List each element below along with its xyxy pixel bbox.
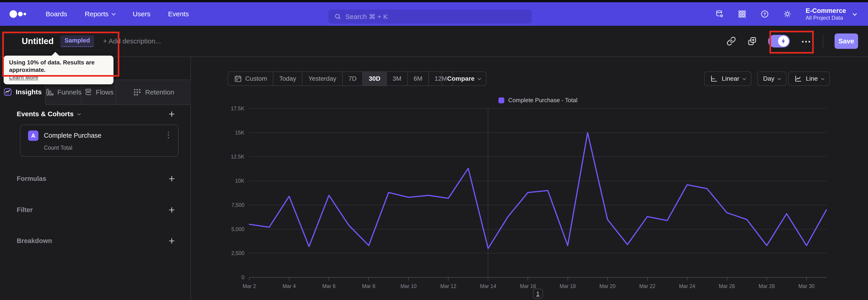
chevron-down-icon [743, 77, 746, 80]
y-tick-label: 17.5K [231, 106, 244, 112]
x-tick-label: Mar 24 [679, 283, 695, 289]
range-6m[interactable]: 6M [407, 72, 428, 86]
sampled-badge[interactable]: Sampled [60, 35, 94, 47]
project-scope: All Project Data [806, 15, 846, 21]
svg-text:?: ? [764, 12, 766, 17]
mixpanel-logo[interactable] [8, 9, 31, 19]
nav-item-users[interactable]: Users [133, 10, 150, 18]
save-button[interactable]: Save [835, 33, 858, 49]
learn-more-link[interactable]: Learn More [9, 74, 38, 81]
query-builder-sidebar: Insights Funnels Flows Retention [0, 57, 191, 300]
legend-label: Complete Purchase - Total [508, 97, 578, 104]
legend-swatch [498, 97, 504, 103]
range-7d[interactable]: 7D [342, 72, 363, 86]
flows-icon [84, 88, 92, 96]
x-tick [448, 277, 448, 280]
window-top-strip [0, 0, 868, 2]
chevron-down-icon [852, 11, 857, 16]
app-window: Boards Reports Users Events Search ⌘ + K… [0, 0, 868, 300]
x-tick-label: Mar 28 [758, 283, 775, 289]
pagination-page-1[interactable]: 1 [533, 289, 543, 299]
range-3m[interactable]: 3M [386, 72, 407, 86]
y-tick-label: 2,500 [231, 250, 244, 257]
lightning-bolt-icon [780, 38, 787, 44]
event-kebab-menu[interactable]: ⋮ [164, 131, 172, 139]
report-title[interactable]: Untitled [22, 36, 54, 46]
linear-axis-icon [710, 74, 718, 83]
x-tick [687, 277, 687, 280]
add-formula-button[interactable]: + [168, 173, 175, 184]
add-description-button[interactable]: + Add description... [103, 37, 161, 45]
add-breakdown-button[interactable]: + [168, 236, 175, 246]
settings-gear-icon[interactable] [783, 10, 792, 18]
breakdown-section: Breakdown + [17, 235, 175, 246]
breakdown-label: Breakdown [17, 237, 52, 245]
x-tick [567, 277, 568, 280]
data-management-icon[interactable] [715, 10, 724, 18]
search-input[interactable]: Search ⌘ + K [328, 9, 532, 24]
event-card[interactable]: A Complete Purchase ⋮ Count Total [20, 125, 179, 157]
chevron-down-icon [77, 112, 81, 115]
primary-nav: Boards Reports Users Events [46, 10, 189, 18]
event-letter-badge: A [28, 130, 38, 141]
formulas-section: Formulas + [17, 173, 175, 184]
event-name[interactable]: Complete Purchase [44, 132, 101, 139]
y-tick-label: 15K [235, 129, 244, 136]
line-chart[interactable]: 1 02,5005,0007,50010K12.5K15K17.5KMar 2M… [249, 109, 827, 277]
add-event-button[interactable]: + [168, 109, 175, 119]
tab-label: Funnels [57, 88, 82, 96]
tab-label: Retention [145, 88, 174, 96]
y-tick-label: 10K [235, 178, 244, 184]
sampling-toggle[interactable] [768, 35, 790, 48]
range-today[interactable]: Today [273, 72, 302, 86]
range-custom[interactable]: Custom [228, 72, 273, 86]
apps-grid-icon[interactable] [738, 10, 746, 18]
add-to-board-icon[interactable] [747, 36, 757, 46]
x-tick [368, 277, 369, 280]
x-tick [767, 277, 767, 280]
nav-item-label: Reports [85, 10, 108, 18]
events-cohorts-title[interactable]: Events & Cohorts [17, 110, 80, 118]
range-30d[interactable]: 30D [362, 72, 386, 86]
event-metric[interactable]: Count Total [44, 145, 72, 151]
range-yesterday[interactable]: Yesterday [302, 72, 342, 86]
range-label: Custom [245, 75, 267, 82]
copy-link-icon[interactable] [726, 36, 736, 46]
search-placeholder: Search ⌘ + K [345, 13, 388, 21]
x-tick-label: Mar 26 [719, 283, 735, 289]
nav-item-label: Boards [46, 10, 67, 18]
series-line[interactable] [249, 109, 827, 277]
tab-retention[interactable]: Retention [116, 80, 191, 105]
range-label: Today [279, 75, 296, 82]
help-icon[interactable]: ? [761, 10, 769, 18]
add-filter-button[interactable]: + [168, 205, 175, 215]
x-tick-label: Mar 10 [400, 283, 416, 289]
nav-item-events[interactable]: Events [168, 10, 189, 18]
nav-item-boards[interactable]: Boards [46, 10, 67, 18]
x-tick [608, 277, 608, 280]
x-tick-label: Mar 4 [283, 283, 296, 289]
x-tick-label: Mar 14 [480, 283, 496, 289]
x-tick [289, 277, 289, 280]
sampling-tooltip: Using 10% of data. Results are approxima… [4, 56, 114, 84]
section-title: Events & Cohorts [17, 110, 74, 118]
nav-item-reports[interactable]: Reports [85, 10, 115, 18]
insights-chart-icon [3, 88, 12, 96]
project-switcher[interactable]: E-Commerce All Project Data [806, 7, 856, 21]
x-tick-label: Mar 8 [362, 283, 375, 289]
compare-button[interactable]: Compare [441, 71, 487, 86]
date-range-control: Custom Today Yesterday 7D 30D 3M 6M 12M [228, 71, 453, 86]
chevron-down-icon [821, 77, 825, 80]
interval-dropdown[interactable]: Day [757, 71, 786, 86]
chart-legend[interactable]: Complete Purchase - Total [249, 97, 827, 104]
more-options-button[interactable]: ⋯ [801, 35, 811, 47]
toggle-knob [778, 36, 789, 47]
chevron-down-icon [477, 77, 481, 80]
chart-type-label: Line [806, 75, 818, 82]
scale-dropdown[interactable]: Linear [704, 71, 751, 86]
y-tick-label: 5,000 [231, 226, 244, 232]
chart-type-dropdown[interactable]: Line [788, 71, 830, 86]
x-tick [249, 277, 250, 280]
chart-panel: Custom Today Yesterday 7D 30D 3M 6M 12M … [191, 57, 868, 300]
range-label: 30D [369, 75, 380, 82]
